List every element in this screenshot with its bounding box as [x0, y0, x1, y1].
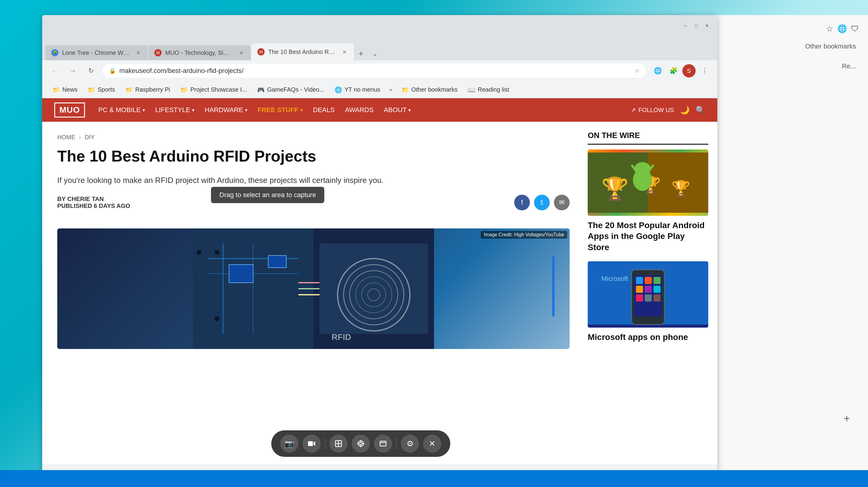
right-panel-top: ☆ 🌐 🛡	[712, 21, 862, 36]
back-button[interactable]: ←	[48, 64, 61, 78]
svg-point-9	[215, 316, 219, 321]
reload-button[interactable]: ↻	[84, 64, 98, 78]
android-apps-image[interactable]: 🏆 🏆 🏆	[588, 150, 708, 216]
nav-deals[interactable]: DEALS	[309, 104, 339, 116]
screenshot-video-button[interactable]	[303, 434, 321, 453]
bookmark-gamefaqs-icon: 🎮	[257, 86, 265, 93]
tab3-close-button[interactable]: ✕	[341, 48, 348, 56]
star-bookmark-icon[interactable]: ☆	[635, 67, 640, 74]
wire-item-1-title[interactable]: The 20 Most Popular Android Apps in the …	[588, 220, 708, 253]
url-text[interactable]: makeuseof.com/best-arduino-rfid-projects…	[119, 67, 631, 75]
svg-rect-44	[653, 295, 661, 302]
wire-item-2: Microsoft Microsoft apps on phone	[588, 261, 708, 343]
chevron-down-icon: ▾	[245, 107, 247, 113]
bookmark-other-icon: 📁	[401, 86, 409, 93]
tab2-favicon: M	[154, 49, 161, 56]
toolbar-separator	[325, 437, 325, 450]
bookmark-showcase[interactable]: 📁 Project Showcase I...	[176, 84, 251, 95]
star-icon[interactable]: ☆	[826, 24, 833, 33]
nav-pc-mobile[interactable]: PC & MOBILE ▾	[94, 104, 149, 116]
article-meta: BY CHERIE TAN PUBLISHED 6 DAYS AGO	[57, 195, 130, 209]
website-content: MUO PC & MOBILE ▾ LIFESTYLE ▾ HARDWARE ▾…	[42, 98, 717, 464]
svg-rect-41	[653, 286, 661, 293]
screenshot-window-button[interactable]	[374, 434, 392, 453]
new-tab-button[interactable]: +	[354, 47, 368, 60]
tab-3[interactable]: M The 10 Best Arduino RFID Proj... ✕	[251, 43, 354, 60]
breadcrumb-home[interactable]: HOME	[57, 134, 75, 141]
published-date: PUBLISHED 6 DAYS AGO	[57, 203, 130, 209]
toolbar-separator-2	[396, 437, 397, 450]
nav-about[interactable]: ABOUT ▾	[379, 104, 415, 116]
nav-lifestyle[interactable]: LIFESTYLE ▾	[151, 104, 198, 116]
screenshot-camera-button[interactable]: 📷	[280, 434, 299, 453]
svg-rect-46	[308, 441, 313, 446]
nav-hardware[interactable]: HARDWARE ▾	[200, 104, 252, 116]
bookmark-showcase-icon: 📁	[180, 86, 188, 93]
svg-rect-39	[636, 286, 643, 293]
close-button[interactable]: ✕	[703, 21, 711, 30]
translate-icon[interactable]: 🌐	[837, 24, 847, 33]
bookmark-sports-label: Sports	[98, 86, 115, 93]
breadcrumb-category[interactable]: DIY	[85, 134, 95, 141]
screenshot-close-button[interactable]: ✕	[423, 434, 441, 453]
settings-icon[interactable]: ⋮	[698, 64, 711, 78]
svg-point-52	[360, 443, 362, 445]
bookmark-reading-list[interactable]: 📖 Reading list	[464, 84, 514, 95]
article-area: HOME › DIY The 10 Best Arduino RFID Proj…	[42, 122, 717, 464]
chevron-down-icon: ▾	[300, 107, 303, 113]
window-controls: ─ □ ✕	[681, 21, 711, 30]
plus-icon[interactable]: +	[844, 412, 850, 425]
muo-logo[interactable]: MUO	[54, 102, 85, 118]
bookmark-news[interactable]: 📁 News	[48, 84, 82, 95]
nav-free-stuff[interactable]: FREE STUFF ▾	[253, 104, 307, 116]
lock-icon: 🔒	[109, 67, 116, 74]
svg-rect-57	[380, 441, 386, 446]
translate-icon[interactable]: 🌐	[651, 64, 664, 78]
bookmark-other-label: Other bookmarks	[411, 86, 458, 93]
svg-rect-43	[645, 295, 652, 302]
bookmark-sports-icon: 📁	[88, 86, 95, 93]
svg-point-8	[215, 250, 219, 255]
dark-mode-button[interactable]: 🌙	[680, 105, 689, 115]
article-main: HOME › DIY The 10 Best Arduino RFID Proj…	[42, 122, 585, 464]
muo-nav: MUO PC & MOBILE ▾ LIFESTYLE ▾ HARDWARE ▾…	[42, 98, 717, 122]
bookmark-gamefaqs-label: GameFAQs - Video...	[267, 86, 324, 93]
bookmark-gamefaqs[interactable]: 🎮 GameFAQs - Video...	[253, 84, 329, 95]
bookmark-yt[interactable]: 🌐 YT no menus	[330, 84, 384, 95]
tab1-close-button[interactable]: ✕	[134, 49, 142, 56]
shield-icon[interactable]: 🛡	[851, 24, 859, 33]
tab-overflow-button[interactable]: ⌄	[368, 47, 381, 60]
bookmarks-more-button[interactable]: »	[386, 85, 396, 95]
minimize-button[interactable]: ─	[681, 21, 689, 30]
tab-2[interactable]: M MUO - Technology, Simplified... ✕	[148, 45, 251, 60]
facebook-share-button[interactable]: f	[514, 195, 530, 210]
email-share-button[interactable]: ✉	[554, 195, 569, 210]
muo-nav-items: PC & MOBILE ▾ LIFESTYLE ▾ HARDWARE ▾ FRE…	[94, 104, 622, 116]
svg-rect-37	[645, 277, 652, 284]
screenshot-target-button[interactable]	[352, 434, 370, 453]
forward-button[interactable]: →	[66, 64, 80, 78]
address-bar[interactable]: 🔒 makeuseof.com/best-arduino-rfid-projec…	[102, 64, 646, 78]
bookmark-other[interactable]: 📁 Other bookmarks	[397, 84, 462, 95]
tab3-favicon: M	[257, 48, 265, 56]
bookmark-raspberry[interactable]: 📁 Raspberry Pi	[121, 84, 175, 95]
svg-rect-42	[636, 295, 643, 302]
wire-item-2-title[interactable]: Microsoft apps on phone	[588, 332, 708, 343]
follow-us-button[interactable]: ↗ FOLLOW US	[631, 106, 674, 114]
author-name[interactable]: CHERIE TAN	[67, 195, 104, 202]
screenshot-settings-button[interactable]: ⚙	[401, 434, 419, 453]
extension-icon[interactable]: 🧩	[667, 64, 680, 78]
svg-rect-7	[268, 255, 286, 268]
svg-text:RFID: RFID	[332, 332, 351, 342]
bookmark-sports[interactable]: 📁 Sports	[84, 84, 119, 95]
chevron-down-icon: ▾	[192, 107, 194, 113]
twitter-share-button[interactable]: 𝕥	[534, 195, 550, 210]
maximize-button[interactable]: □	[692, 21, 701, 30]
search-button[interactable]: 🔍	[695, 105, 705, 115]
nav-awards[interactable]: AWARDS	[341, 104, 378, 116]
profile-icon[interactable]: S	[682, 64, 695, 78]
screenshot-fullscreen-button[interactable]	[330, 434, 347, 453]
tab2-close-button[interactable]: ✕	[238, 49, 245, 56]
tab-1[interactable]: 🌳 Lone Tree - Chrome Web Store ✕	[45, 45, 148, 60]
phone-image[interactable]: Microsoft	[588, 261, 708, 328]
